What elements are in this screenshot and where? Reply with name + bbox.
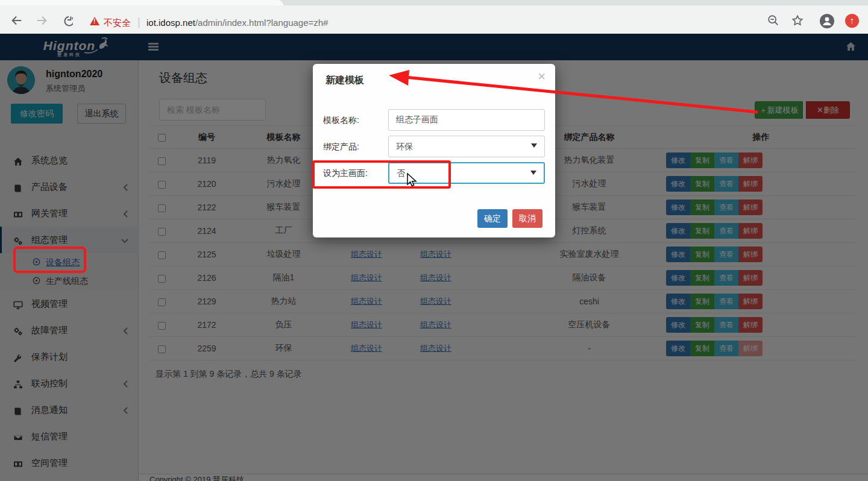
- template-name-input[interactable]: [388, 109, 545, 131]
- template-name-label: 模板名称:: [323, 109, 387, 131]
- chevron-down-icon: [531, 143, 537, 148]
- browser-tabstrip: [0, 0, 868, 5]
- modal-close-icon[interactable]: ×: [538, 70, 546, 83]
- back-icon[interactable]: [10, 14, 24, 27]
- browser-toolbar: ! 不安全 | iot.idosp.net/admin/index.html?l…: [0, 5, 868, 34]
- active-tab[interactable]: [0, 0, 283, 5]
- main-screen-select[interactable]: 否: [388, 162, 545, 184]
- modal-title: 新建模板: [326, 74, 364, 87]
- address-separator: |: [137, 16, 140, 28]
- forward-icon[interactable]: [35, 14, 48, 27]
- cancel-button[interactable]: 取消: [512, 209, 542, 228]
- bind-product-select[interactable]: 环保: [388, 136, 545, 157]
- browser-profile-icon[interactable]: [820, 14, 834, 28]
- bookmark-star-icon[interactable]: [791, 14, 804, 27]
- reload-icon[interactable]: [60, 14, 73, 27]
- chevron-down-icon: [530, 171, 536, 175]
- security-warning-label: 不安全: [104, 17, 131, 29]
- url-text[interactable]: iot.idosp.net/admin/index.html?language=…: [146, 17, 328, 28]
- ok-button[interactable]: 确定: [477, 209, 508, 228]
- browser-update-icon[interactable]: ↑: [845, 14, 859, 28]
- zoom-out-icon[interactable]: [767, 14, 780, 27]
- browser-chrome: ! 不安全 | iot.idosp.net/admin/index.html?l…: [0, 0, 868, 34]
- security-warning-icon[interactable]: !: [90, 17, 99, 25]
- bind-product-label: 绑定产品:: [323, 136, 387, 157]
- main-screen-label: 设为主画面:: [323, 162, 387, 184]
- new-template-modal: 新建模板 × 模板名称: 绑定产品: 环保 设为主画面: 否 确定 取消: [313, 64, 555, 237]
